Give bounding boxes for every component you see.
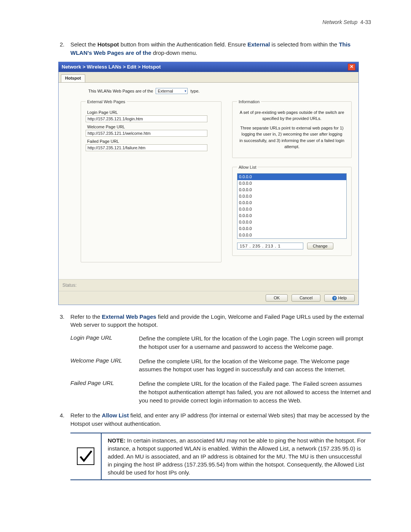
def-desc-failed: Define the complete URL for the location… <box>139 380 371 404</box>
webpages-type-select[interactable]: External ▾ <box>156 88 188 94</box>
info-text-1: A set of pre-existing web pages outside … <box>237 108 347 123</box>
ok-button[interactable]: OK <box>266 294 288 302</box>
step-2: 2.Select the Hotspot button from within … <box>40 40 371 57</box>
def-desc-welcome: Define the complete URL for the location… <box>139 357 371 374</box>
tab-hotspot[interactable]: Hotspot <box>61 74 85 82</box>
ip-input[interactable]: 157 . 235 . 213 . 1 <box>237 243 303 249</box>
step-3: 3.Refer to the External Web Pages field … <box>40 313 371 329</box>
login-url-input[interactable] <box>86 115 207 122</box>
definition-table: Login Page URL Define the complete URL f… <box>70 334 371 404</box>
help-button[interactable]: ?Help <box>324 294 355 302</box>
allow-list-term: Allow List <box>102 412 129 419</box>
login-url-label: Login Page URL <box>87 110 217 115</box>
list-item[interactable]: 0.0.0.0 <box>237 187 346 193</box>
list-item[interactable]: 0.0.0.0 <box>237 212 346 219</box>
info-text-2: Three separate URLs point to external we… <box>237 123 347 152</box>
list-item[interactable]: 0.0.0.0 <box>237 200 346 206</box>
webpages-type-line: This WLANs Web Pages are of the External… <box>88 88 352 94</box>
def-term-failed: Failed Page URL <box>70 380 139 404</box>
cancel-button[interactable]: Cancel <box>292 294 320 302</box>
help-icon: ? <box>332 296 337 300</box>
note-icon-cell <box>70 433 102 479</box>
failed-url-input[interactable] <box>86 144 207 151</box>
dialog-titlebar: Network > Wireless LANs > Edit > Hotspot… <box>59 62 358 72</box>
list-item[interactable]: 0.0.0.0 <box>237 225 346 232</box>
hotspot-term: Hotspot <box>97 41 119 48</box>
allow-list[interactable]: 0.0.0.0 0.0.0.0 0.0.0.0 0.0.0.0 0.0.0.0 … <box>237 173 347 239</box>
step-4: 4.Refer to the Allow List field, and ent… <box>40 411 371 428</box>
external-web-pages-group: External Web Pages Login Page URL Welcom… <box>81 99 221 262</box>
def-term-welcome: Welcome Page URL <box>70 357 139 374</box>
list-item[interactable]: 0.0.0.0 <box>237 193 346 200</box>
note-text: NOTE: In certain instances, an associate… <box>102 433 371 479</box>
external-web-pages-term: External Web Pages <box>102 313 156 320</box>
failed-url-label: Failed Page URL <box>87 139 217 144</box>
header-section: Network Setup <box>322 19 357 25</box>
list-item[interactable]: 0.0.0.0 <box>237 219 346 225</box>
svg-rect-0 <box>77 448 94 465</box>
allow-list-group: Allow List 0.0.0.0 0.0.0.0 0.0.0.0 0.0.0… <box>232 165 352 256</box>
tab-row: Hotspot <box>59 72 358 83</box>
close-icon[interactable]: ✕ <box>348 64 355 70</box>
note-box: NOTE: In certain instances, an associate… <box>70 433 371 480</box>
def-term-login: Login Page URL <box>70 334 139 351</box>
chevron-down-icon: ▾ <box>185 89 186 93</box>
def-desc-login: Define the complete URL for the location… <box>139 334 371 351</box>
list-item[interactable]: 0.0.0.0 <box>237 232 346 238</box>
list-item[interactable]: 0.0.0.0 <box>237 174 346 180</box>
welcome-url-label: Welcome Page URL <box>87 125 217 129</box>
external-term: External <box>247 41 270 48</box>
list-item[interactable]: 0.0.0.0 <box>237 180 346 187</box>
breadcrumb: Network > Wireless LANs > Edit > Hotspot <box>62 64 161 70</box>
information-group: Information A set of pre-existing web pa… <box>232 99 352 158</box>
list-item[interactable]: 0.0.0.0 <box>237 206 346 212</box>
status-bar: Status: <box>59 279 358 291</box>
welcome-url-input[interactable] <box>86 130 207 137</box>
hotspot-dialog: Network > Wireless LANs > Edit > Hotspot… <box>58 62 359 305</box>
header-page: 4-33 <box>360 19 371 25</box>
dialog-footer: OK Cancel ?Help <box>59 291 358 305</box>
page-header: Network Setup 4-33 <box>40 19 371 25</box>
check-icon <box>77 447 94 465</box>
change-button[interactable]: Change <box>307 243 333 249</box>
